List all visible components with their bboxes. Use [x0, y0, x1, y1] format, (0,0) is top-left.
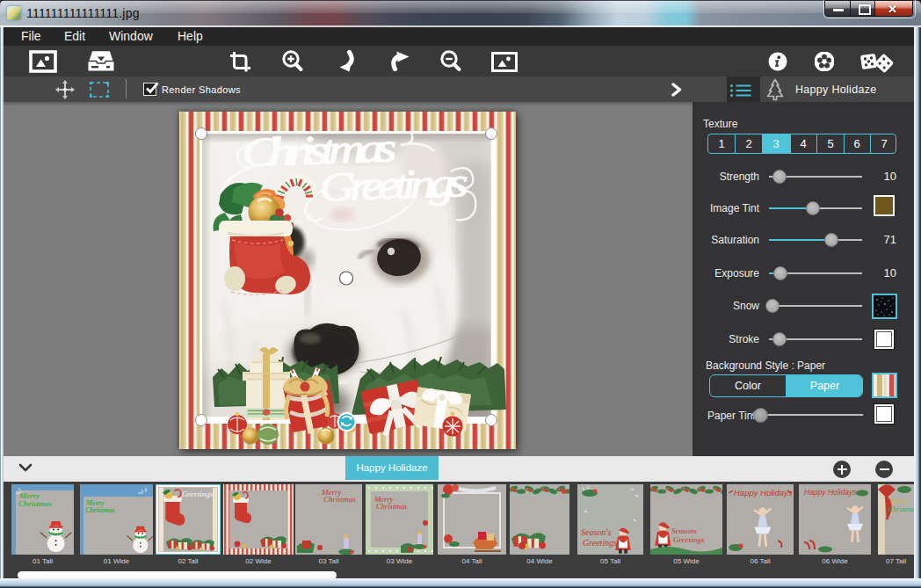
- svg-text:Merry: Merry: [889, 497, 908, 505]
- svg-text:Happy Holidays: Happy Holidays: [804, 488, 857, 497]
- svg-text:Greetings: Greetings: [182, 490, 214, 498]
- svg-text:Christmas: Christmas: [85, 506, 115, 514]
- svg-text:Greetings: Greetings: [583, 538, 617, 548]
- svg-text:Christmas: Christmas: [323, 495, 357, 504]
- svg-text:Season's: Season's: [581, 527, 611, 537]
- svg-text:Happy Holidays: Happy Holidays: [734, 488, 793, 497]
- svg-text:Greetings: Greetings: [673, 535, 705, 544]
- svg-text:Seasons: Seasons: [671, 526, 697, 535]
- svg-text:Christmas: Christmas: [888, 505, 914, 513]
- svg-text:Christmas: Christmas: [376, 502, 408, 511]
- svg-text:Christmas: Christmas: [18, 499, 53, 508]
